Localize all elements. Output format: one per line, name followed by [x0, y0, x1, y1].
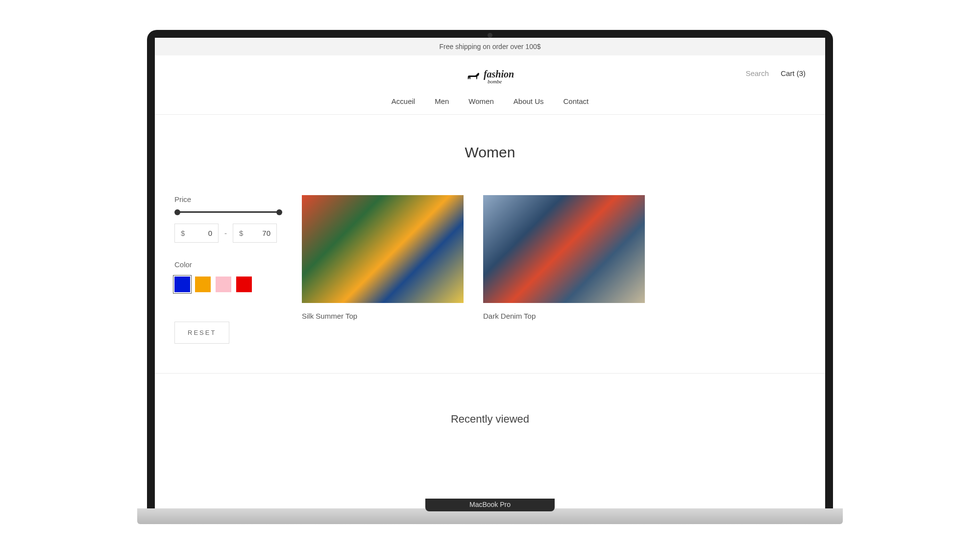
color-swatch-pink[interactable]	[216, 277, 231, 292]
logo-main-text: fashion	[484, 69, 514, 79]
price-slider-thumb-min[interactable]	[174, 209, 180, 215]
dog-icon	[466, 72, 481, 82]
price-max-input[interactable]	[243, 229, 270, 237]
color-swatch-orange[interactable]	[195, 277, 211, 292]
logo-sub-text: bombe	[484, 79, 514, 84]
nav-item-contact[interactable]: Contact	[563, 97, 588, 105]
page-title: Women	[155, 115, 825, 195]
color-swatches	[174, 277, 282, 292]
price-min-box[interactable]: $	[174, 224, 219, 243]
main-area: Price $ - $	[155, 195, 825, 344]
main-nav: Accueil Men Women About Us Contact	[174, 90, 806, 114]
nav-item-women[interactable]: Women	[468, 97, 493, 105]
price-separator: -	[224, 229, 227, 237]
product-name: Silk Summer Top	[302, 312, 464, 320]
cart-link[interactable]: Cart (3)	[781, 69, 806, 77]
color-swatch-blue[interactable]	[174, 277, 190, 292]
product-card[interactable]: Dark Denim Top	[483, 195, 645, 344]
price-filter-label: Price	[174, 195, 282, 203]
recently-viewed-heading: Recently viewed	[155, 373, 825, 440]
macbook-base: MacBook Pro	[137, 508, 843, 524]
search-link[interactable]: Search	[746, 69, 769, 77]
price-max-box[interactable]: $	[233, 224, 277, 243]
macbook-frame: Free shipping on order over 100$ Search …	[147, 30, 833, 524]
reset-button[interactable]: RESET	[174, 322, 229, 344]
nav-item-men[interactable]: Men	[435, 97, 449, 105]
nav-item-accueil[interactable]: Accueil	[392, 97, 415, 105]
product-image	[302, 195, 464, 303]
product-name: Dark Denim Top	[483, 312, 645, 320]
device-label: MacBook Pro	[425, 499, 555, 511]
product-grid: Silk Summer Top Dark Denim Top	[302, 195, 806, 344]
screen-bezel: Free shipping on order over 100$ Search …	[147, 30, 833, 508]
nav-item-about[interactable]: About Us	[514, 97, 544, 105]
currency-symbol: $	[181, 229, 185, 237]
header-utilities: Search Cart (3)	[746, 69, 806, 77]
currency-symbol: $	[239, 229, 243, 237]
product-card[interactable]: Silk Summer Top	[302, 195, 464, 344]
logo-text: fashion bombe	[484, 69, 514, 84]
price-slider-thumb-max[interactable]	[276, 209, 282, 215]
site-header: Search Cart (3) fashion bombe	[155, 55, 825, 115]
screen-content: Free shipping on order over 100$ Search …	[155, 38, 825, 508]
price-min-input[interactable]	[185, 229, 212, 237]
color-swatch-red[interactable]	[236, 277, 252, 292]
price-inputs: $ - $	[174, 224, 282, 243]
cart-label-prefix: Cart (	[781, 69, 799, 77]
site-logo[interactable]: fashion bombe	[466, 69, 514, 84]
filter-sidebar: Price $ - $	[174, 195, 282, 344]
product-image	[483, 195, 645, 303]
cart-label-suffix: )	[803, 69, 806, 77]
logo-wrap: fashion bombe	[174, 65, 806, 90]
camera-icon	[488, 33, 492, 38]
announcement-banner: Free shipping on order over 100$	[155, 38, 825, 55]
price-slider[interactable]	[177, 211, 279, 213]
color-filter-label: Color	[174, 260, 282, 269]
cart-count: 3	[799, 69, 803, 77]
